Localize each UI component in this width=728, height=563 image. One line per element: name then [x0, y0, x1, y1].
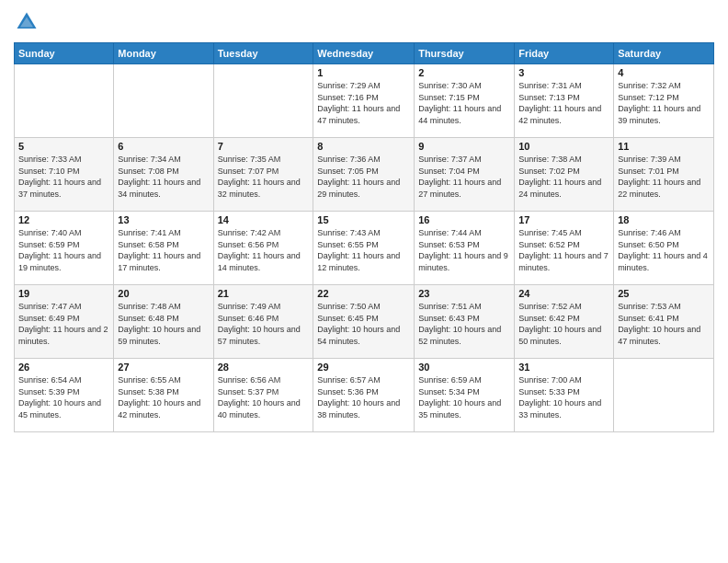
calendar-week-row: 19Sunrise: 7:47 AM Sunset: 6:49 PM Dayli… [15, 285, 714, 359]
day-number: 27 [118, 362, 209, 373]
calendar-cell [114, 64, 213, 138]
day-number: 26 [18, 362, 109, 373]
day-number: 25 [618, 288, 710, 299]
calendar-cell: 22Sunrise: 7:50 AM Sunset: 6:45 PM Dayli… [313, 285, 415, 359]
calendar-table: SundayMondayTuesdayWednesdayThursdayFrid… [14, 42, 714, 432]
day-number: 31 [518, 362, 609, 373]
day-number: 7 [218, 141, 310, 152]
day-info: Sunrise: 7:32 AM Sunset: 7:12 PM Dayligh… [618, 80, 710, 126]
calendar-week-row: 26Sunrise: 6:54 AM Sunset: 5:39 PM Dayli… [15, 359, 714, 432]
calendar-cell: 27Sunrise: 6:55 AM Sunset: 5:38 PM Dayli… [114, 359, 213, 432]
day-number: 11 [618, 141, 710, 152]
day-number: 10 [518, 141, 609, 152]
calendar-cell: 10Sunrise: 7:38 AM Sunset: 7:02 PM Dayli… [515, 138, 614, 212]
day-info: Sunrise: 7:53 AM Sunset: 6:41 PM Dayligh… [618, 301, 710, 347]
day-number: 8 [317, 141, 410, 152]
day-info: Sunrise: 7:45 AM Sunset: 6:52 PM Dayligh… [518, 227, 609, 273]
day-info: Sunrise: 7:52 AM Sunset: 6:42 PM Dayligh… [518, 301, 609, 347]
day-info: Sunrise: 6:57 AM Sunset: 5:36 PM Dayligh… [317, 374, 410, 420]
day-number: 14 [218, 214, 310, 225]
day-info: Sunrise: 6:59 AM Sunset: 5:34 PM Dayligh… [418, 374, 510, 420]
day-number: 15 [317, 214, 410, 225]
calendar-cell: 21Sunrise: 7:49 AM Sunset: 6:46 PM Dayli… [213, 285, 313, 359]
day-info: Sunrise: 7:42 AM Sunset: 6:56 PM Dayligh… [218, 227, 310, 273]
day-info: Sunrise: 7:48 AM Sunset: 6:48 PM Dayligh… [118, 301, 209, 347]
day-info: Sunrise: 7:37 AM Sunset: 7:04 PM Dayligh… [418, 154, 510, 200]
calendar-cell: 28Sunrise: 6:56 AM Sunset: 5:37 PM Dayli… [213, 359, 313, 432]
calendar-cell: 23Sunrise: 7:51 AM Sunset: 6:43 PM Dayli… [415, 285, 515, 359]
calendar-cell: 9Sunrise: 7:37 AM Sunset: 7:04 PM Daylig… [415, 138, 515, 212]
day-info: Sunrise: 7:38 AM Sunset: 7:02 PM Dayligh… [518, 154, 609, 200]
day-info: Sunrise: 7:35 AM Sunset: 7:07 PM Dayligh… [218, 154, 310, 200]
day-info: Sunrise: 7:29 AM Sunset: 7:16 PM Dayligh… [317, 80, 410, 126]
day-info: Sunrise: 6:55 AM Sunset: 5:38 PM Dayligh… [118, 374, 209, 420]
calendar-cell: 8Sunrise: 7:36 AM Sunset: 7:05 PM Daylig… [313, 138, 415, 212]
day-number: 1 [317, 67, 410, 78]
day-info: Sunrise: 7:49 AM Sunset: 6:46 PM Dayligh… [218, 301, 310, 347]
weekday-header-cell: Friday [515, 43, 614, 64]
day-number: 4 [618, 67, 710, 78]
weekday-header-cell: Monday [114, 43, 213, 64]
day-info: Sunrise: 7:31 AM Sunset: 7:13 PM Dayligh… [518, 80, 609, 126]
weekday-header-cell: Saturday [614, 43, 714, 64]
calendar-cell: 20Sunrise: 7:48 AM Sunset: 6:48 PM Dayli… [114, 285, 213, 359]
day-number: 9 [418, 141, 510, 152]
calendar-cell: 19Sunrise: 7:47 AM Sunset: 6:49 PM Dayli… [15, 285, 114, 359]
day-number: 2 [418, 67, 510, 78]
day-info: Sunrise: 7:33 AM Sunset: 7:10 PM Dayligh… [18, 154, 109, 200]
logo [14, 9, 43, 35]
day-info: Sunrise: 7:51 AM Sunset: 6:43 PM Dayligh… [418, 301, 510, 347]
day-info: Sunrise: 7:46 AM Sunset: 6:50 PM Dayligh… [618, 227, 710, 273]
calendar-cell: 4Sunrise: 7:32 AM Sunset: 7:12 PM Daylig… [614, 64, 714, 138]
day-number: 12 [18, 214, 109, 225]
calendar-cell: 14Sunrise: 7:42 AM Sunset: 6:56 PM Dayli… [213, 212, 313, 285]
page: SundayMondayTuesdayWednesdayThursdayFrid… [0, 0, 728, 563]
calendar-cell [614, 359, 714, 432]
calendar-cell: 29Sunrise: 6:57 AM Sunset: 5:36 PM Dayli… [313, 359, 415, 432]
weekday-header-cell: Wednesday [313, 43, 415, 64]
logo-icon [14, 9, 40, 35]
calendar-cell: 13Sunrise: 7:41 AM Sunset: 6:58 PM Dayli… [114, 212, 213, 285]
calendar-week-row: 5Sunrise: 7:33 AM Sunset: 7:10 PM Daylig… [15, 138, 714, 212]
day-number: 24 [518, 288, 609, 299]
calendar-cell: 26Sunrise: 6:54 AM Sunset: 5:39 PM Dayli… [15, 359, 114, 432]
day-info: Sunrise: 7:30 AM Sunset: 7:15 PM Dayligh… [418, 80, 510, 126]
day-info: Sunrise: 7:43 AM Sunset: 6:55 PM Dayligh… [317, 227, 410, 273]
day-number: 18 [618, 214, 710, 225]
day-info: Sunrise: 6:54 AM Sunset: 5:39 PM Dayligh… [18, 374, 109, 420]
day-number: 28 [218, 362, 310, 373]
day-info: Sunrise: 7:44 AM Sunset: 6:53 PM Dayligh… [418, 227, 510, 273]
calendar-cell [15, 64, 114, 138]
day-number: 21 [218, 288, 310, 299]
day-number: 16 [418, 214, 510, 225]
day-info: Sunrise: 7:41 AM Sunset: 6:58 PM Dayligh… [118, 227, 209, 273]
day-number: 22 [317, 288, 410, 299]
day-info: Sunrise: 7:36 AM Sunset: 7:05 PM Dayligh… [317, 154, 410, 200]
day-number: 19 [18, 288, 109, 299]
weekday-header-row: SundayMondayTuesdayWednesdayThursdayFrid… [15, 43, 714, 64]
calendar-cell: 11Sunrise: 7:39 AM Sunset: 7:01 PM Dayli… [614, 138, 714, 212]
calendar-cell: 2Sunrise: 7:30 AM Sunset: 7:15 PM Daylig… [415, 64, 515, 138]
day-number: 3 [518, 67, 609, 78]
calendar-cell: 24Sunrise: 7:52 AM Sunset: 6:42 PM Dayli… [515, 285, 614, 359]
calendar-cell: 30Sunrise: 6:59 AM Sunset: 5:34 PM Dayli… [415, 359, 515, 432]
calendar-week-row: 12Sunrise: 7:40 AM Sunset: 6:59 PM Dayli… [15, 212, 714, 285]
calendar-cell: 31Sunrise: 7:00 AM Sunset: 5:33 PM Dayli… [515, 359, 614, 432]
calendar-cell: 15Sunrise: 7:43 AM Sunset: 6:55 PM Dayli… [313, 212, 415, 285]
calendar-cell: 7Sunrise: 7:35 AM Sunset: 7:07 PM Daylig… [213, 138, 313, 212]
calendar-cell: 16Sunrise: 7:44 AM Sunset: 6:53 PM Dayli… [415, 212, 515, 285]
day-number: 17 [518, 214, 609, 225]
day-info: Sunrise: 7:34 AM Sunset: 7:08 PM Dayligh… [118, 154, 209, 200]
day-info: Sunrise: 7:47 AM Sunset: 6:49 PM Dayligh… [18, 301, 109, 347]
calendar-cell: 6Sunrise: 7:34 AM Sunset: 7:08 PM Daylig… [114, 138, 213, 212]
calendar-cell: 3Sunrise: 7:31 AM Sunset: 7:13 PM Daylig… [515, 64, 614, 138]
day-info: Sunrise: 6:56 AM Sunset: 5:37 PM Dayligh… [218, 374, 310, 420]
weekday-header-cell: Thursday [415, 43, 515, 64]
day-number: 6 [118, 141, 209, 152]
calendar-cell: 12Sunrise: 7:40 AM Sunset: 6:59 PM Dayli… [15, 212, 114, 285]
day-number: 20 [118, 288, 209, 299]
weekday-header-cell: Sunday [15, 43, 114, 64]
calendar-cell: 17Sunrise: 7:45 AM Sunset: 6:52 PM Dayli… [515, 212, 614, 285]
day-number: 13 [118, 214, 209, 225]
day-info: Sunrise: 7:00 AM Sunset: 5:33 PM Dayligh… [518, 374, 609, 420]
